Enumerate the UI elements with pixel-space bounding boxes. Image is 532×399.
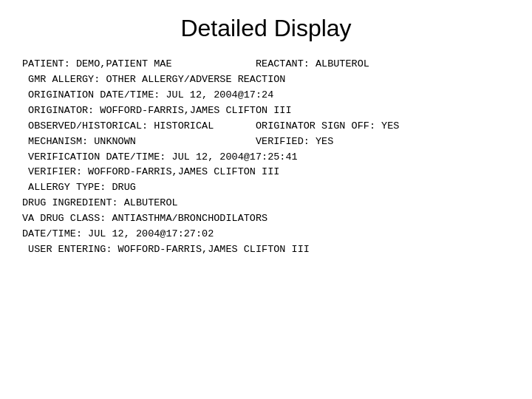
page-title: Detailed Display — [22, 15, 510, 42]
content-line: VA DRUG CLASS: ANTIASTHMA/BRONCHODILATOR… — [22, 211, 510, 227]
content-line: GMR ALLERGY: OTHER ALLERGY/ADVERSE REACT… — [22, 72, 510, 88]
content-area: PATIENT: DEMO,PATIENT MAE REACTANT: ALBU… — [22, 57, 510, 258]
content-line: MECHANISM: UNKNOWN VERIFIED: YES — [22, 134, 510, 150]
content-line: PATIENT: DEMO,PATIENT MAE REACTANT: ALBU… — [22, 57, 510, 72]
content-line: DATE/TIME: JUL 12, 2004@17:27:02 — [22, 227, 510, 242]
page-container: Detailed Display PATIENT: DEMO,PATIENT M… — [0, 0, 532, 399]
content-line: ALLERGY TYPE: DRUG — [22, 180, 510, 196]
content-line: VERIFIER: WOFFORD-FARRIS,JAMES CLIFTON I… — [22, 165, 510, 180]
content-line: DRUG INGREDIENT: ALBUTEROL — [22, 196, 510, 211]
content-line: OBSERVED/HISTORICAL: HISTORICAL ORIGINAT… — [22, 119, 510, 134]
content-line: USER ENTERING: WOFFORD-FARRIS,JAMES CLIF… — [22, 242, 510, 258]
content-line: ORIGINATION DATE/TIME: JUL 12, 2004@17:2… — [22, 88, 510, 103]
content-line: VERIFICATION DATE/TIME: JUL 12, 2004@17:… — [22, 150, 510, 166]
content-line: ORIGINATOR: WOFFORD-FARRIS,JAMES CLIFTON… — [22, 103, 510, 119]
